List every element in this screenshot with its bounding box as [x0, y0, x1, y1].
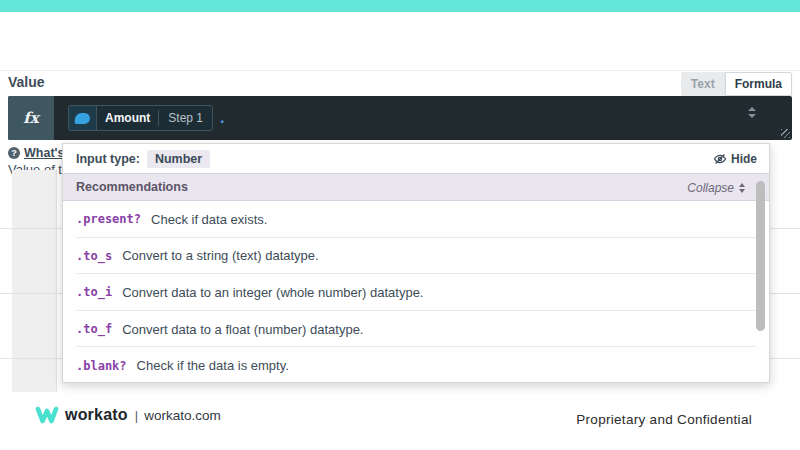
method-name: .to_s — [76, 249, 112, 263]
recommendations-label: Recommendations — [76, 180, 188, 194]
divider: | — [135, 408, 138, 423]
divider — [0, 70, 800, 71]
method-description: Convert data to a float (number) datatyp… — [122, 322, 363, 337]
datapill-name: Amount — [97, 111, 158, 125]
suggestion-list: .present? Check if data exists. .to_s Co… — [63, 201, 769, 382]
text-formula-toggle: Text Formula — [681, 72, 792, 96]
hide-label: Hide — [731, 152, 757, 166]
resize-handle[interactable] — [781, 129, 790, 138]
dropdown-header: Input type: Number Hide — [63, 144, 769, 173]
workato-branding: workato | workato.com — [35, 406, 221, 424]
method-name: .blank? — [76, 359, 127, 373]
method-name: .present? — [76, 212, 141, 226]
amount-datapill[interactable]: Amount Step 1 — [68, 105, 213, 131]
toggle-text-button[interactable]: Text — [681, 72, 725, 96]
suggestion-item-present[interactable]: .present? Check if data exists. — [63, 201, 769, 238]
method-description: Check if data exists. — [151, 212, 267, 227]
workato-formula-editor-screen: Value Text Formula ? What's f Value of t… — [0, 0, 800, 450]
app-icon — [69, 105, 97, 131]
brand-site: workato.com — [144, 408, 221, 423]
value-field-label: Value — [8, 74, 45, 90]
eye-slash-icon — [713, 153, 727, 165]
method-description: Check if the data is empty. — [137, 358, 289, 373]
confidential-notice: Proprietary and Confidential — [576, 412, 752, 427]
method-description: Convert data to an integer (whole number… — [122, 285, 423, 300]
workato-w-logo-icon — [35, 406, 59, 424]
suggestion-item-blank[interactable]: .blank? Check if the data is empty. — [63, 347, 769, 384]
input-type-value: Number — [147, 150, 210, 168]
fx-icon: fx — [8, 96, 54, 140]
method-name: .to_f — [76, 322, 112, 336]
collapse-button[interactable]: Collapse — [687, 174, 745, 202]
input-type-label: Input type: — [76, 152, 140, 166]
suggestion-item-to-i[interactable]: .to_i Convert data to an integer (whole … — [63, 274, 769, 311]
formula-input-bar[interactable]: fx Amount Step 1 . — [8, 96, 792, 140]
hide-button[interactable]: Hide — [713, 144, 757, 173]
collapse-label: Collapse — [687, 181, 734, 195]
datapill-step: Step 1 — [159, 111, 212, 125]
help-circle-icon: ? — [8, 147, 20, 159]
brand-name: workato — [65, 406, 128, 424]
dropdown-scrollbar[interactable] — [756, 181, 765, 331]
chevron-up-down-icon — [739, 183, 745, 193]
method-name: .to_i — [76, 285, 112, 299]
top-accent-bar — [0, 0, 800, 12]
up-down-stepper-icon[interactable] — [748, 107, 756, 118]
suggestion-item-to-s[interactable]: .to_s Convert to a string (text) datatyp… — [63, 238, 769, 275]
typed-formula-text: . — [220, 113, 224, 123]
recommendations-section-header: Recommendations Collapse — [63, 173, 769, 201]
formula-suggestions-dropdown: Input type: Number Hide Recommendations … — [62, 143, 770, 383]
suggestion-item-to-f[interactable]: .to_f Convert data to a float (number) d… — [63, 311, 769, 348]
method-description: Convert to a string (text) datatype. — [122, 248, 319, 263]
toggle-formula-button[interactable]: Formula — [725, 72, 792, 96]
